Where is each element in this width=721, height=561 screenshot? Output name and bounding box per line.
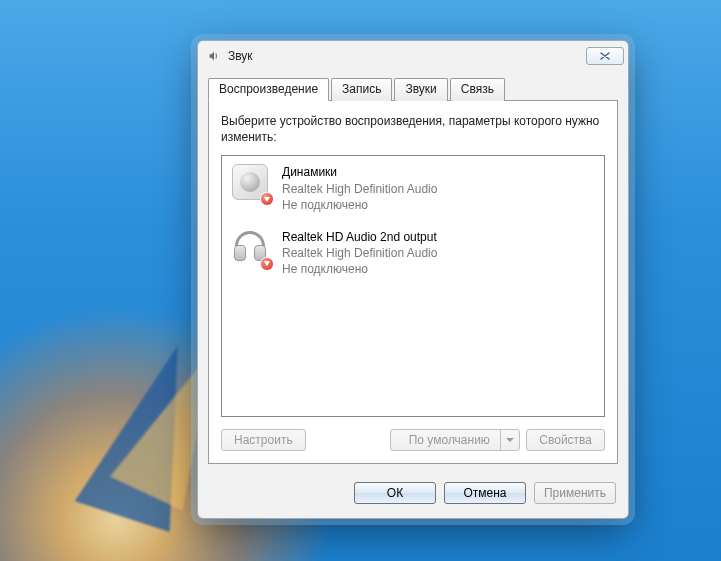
set-default-button[interactable]: По умолчанию bbox=[390, 429, 520, 451]
headphones-icon bbox=[232, 229, 272, 269]
sound-icon bbox=[206, 48, 222, 64]
ok-button[interactable]: ОК bbox=[354, 482, 436, 504]
tab-strip: Воспроизведение Запись Звуки Связь bbox=[198, 71, 628, 100]
device-name: Realtek HD Audio 2nd output bbox=[282, 229, 437, 245]
tab-playback[interactable]: Воспроизведение bbox=[208, 78, 329, 101]
device-list[interactable]: Динамики Realtek High Definition Audio Н… bbox=[221, 155, 605, 417]
window-title: Звук bbox=[228, 49, 253, 63]
disconnected-badge bbox=[260, 257, 274, 271]
instruction-text: Выберите устройство воспроизведения, пар… bbox=[221, 113, 605, 145]
disconnected-badge bbox=[260, 192, 274, 206]
apply-button[interactable]: Применить bbox=[534, 482, 616, 504]
device-driver: Realtek High Definition Audio bbox=[282, 245, 437, 261]
device-item-speakers[interactable]: Динамики Realtek High Definition Audio Н… bbox=[222, 156, 604, 221]
tab-sounds[interactable]: Звуки bbox=[394, 78, 447, 101]
titlebar[interactable]: Звук bbox=[198, 41, 628, 71]
playback-panel: Выберите устройство воспроизведения, пар… bbox=[208, 100, 618, 464]
speaker-icon bbox=[232, 164, 272, 204]
tab-recording[interactable]: Запись bbox=[331, 78, 392, 101]
device-status: Не подключено bbox=[282, 261, 437, 277]
device-item-headphones[interactable]: Realtek HD Audio 2nd output Realtek High… bbox=[222, 221, 604, 286]
device-driver: Realtek High Definition Audio bbox=[282, 181, 437, 197]
panel-button-row: Настроить По умолчанию Свойства bbox=[221, 429, 605, 451]
device-status: Не подключено bbox=[282, 197, 437, 213]
properties-button[interactable]: Свойства bbox=[526, 429, 605, 451]
close-button[interactable] bbox=[586, 47, 624, 65]
cancel-button[interactable]: Отмена bbox=[444, 482, 526, 504]
sound-dialog: Звук Воспроизведение Запись Звуки Связь … bbox=[197, 40, 629, 519]
configure-button[interactable]: Настроить bbox=[221, 429, 306, 451]
device-name: Динамики bbox=[282, 164, 437, 180]
tab-communications[interactable]: Связь bbox=[450, 78, 505, 101]
dialog-footer: ОК Отмена Применить bbox=[198, 474, 628, 518]
chevron-down-icon bbox=[506, 438, 514, 442]
